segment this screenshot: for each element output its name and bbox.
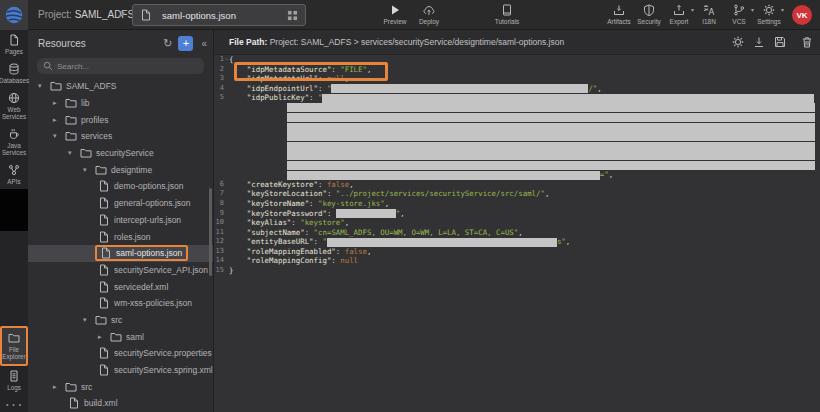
code-line[interactable]: 7 "keyStoreLocation": "../project/servic… xyxy=(214,189,820,199)
tree-item-saml-adfs[interactable]: ▾SAML_ADFS xyxy=(28,78,213,95)
code-line[interactable]: 14 "roleMappingConfig": null xyxy=(214,256,820,266)
breadcrumb-chevron-icon[interactable]: > xyxy=(118,7,125,21)
tree-item-profiles[interactable]: ▸profiles xyxy=(28,111,213,128)
tree-item-wm-xss-policies-json[interactable]: wm-xss-policies.json xyxy=(28,295,213,312)
tree-item-label: lib xyxy=(81,98,90,108)
i18n-button[interactable]: AI18N xyxy=(694,3,724,25)
tree-item-label: saml-options.json xyxy=(116,248,182,258)
tree-item-general-options-json[interactable]: general-options.json xyxy=(28,195,213,212)
tree-item-src[interactable]: ▸src xyxy=(28,378,213,395)
tree-item-securityservice-properties[interactable]: securityService.properties xyxy=(28,345,213,362)
tree-item-label: general-options.json xyxy=(114,198,191,208)
tree-item-services[interactable]: ▾services xyxy=(28,128,213,145)
code-line[interactable] xyxy=(214,151,820,161)
settings-button[interactable] xyxy=(732,36,744,48)
caret-down-icon[interactable]: ▾ xyxy=(53,132,65,140)
vcs-button[interactable]: VCS▾ xyxy=(724,3,754,25)
delete-button[interactable] xyxy=(801,36,813,48)
rail-overflow-button[interactable]: • • • xyxy=(6,395,22,412)
code-line[interactable]: 10 "keyAlias": "keystore", xyxy=(214,218,820,228)
code-line[interactable] xyxy=(214,161,820,171)
caret-right-icon[interactable]: ▸ xyxy=(98,333,110,341)
tree-item-label: securityService xyxy=(96,148,154,158)
download-button[interactable] xyxy=(753,36,765,48)
tree-item-intercept-urls-json[interactable]: intercept-urls.json xyxy=(28,212,213,229)
tree-item-designtime[interactable]: ▾designtime xyxy=(28,161,213,178)
collapse-panel-icon[interactable]: « xyxy=(199,38,209,49)
artifacts-button[interactable]: Artifacts xyxy=(604,3,634,25)
rail-item-file-explorer[interactable]: File Explorer xyxy=(0,326,28,366)
tutorials-button[interactable]: Tutorials xyxy=(490,3,524,25)
preview-button[interactable]: Preview xyxy=(378,3,412,25)
left-rail: PagesDatabasesWeb ServicesJava ServicesA… xyxy=(0,30,28,412)
add-resource-button[interactable]: + xyxy=(178,36,193,51)
search-input[interactable] xyxy=(57,62,198,71)
code-line[interactable]: 5 "idpPublicKey": " xyxy=(214,93,820,103)
tree-item-securityservice-api-json[interactable]: securityService_API.json xyxy=(28,262,213,279)
tree-item-label: SAML_ADFS xyxy=(66,81,117,91)
code-line[interactable]: 13 "roleMappingEnabled": false, xyxy=(214,247,820,257)
caret-down-icon[interactable]: ▾ xyxy=(83,316,95,324)
caret-down-icon[interactable]: ▾ xyxy=(83,166,95,174)
rail-item-logs[interactable]: Logs xyxy=(0,366,28,395)
code-line[interactable]: 8 "keyStoreName": "key-store.jks", xyxy=(214,199,820,209)
rail-item-apis[interactable]: APIs xyxy=(0,160,28,189)
settings-button[interactable]: Settings▾ xyxy=(754,3,784,25)
tree-item-roles-json[interactable]: roles.json xyxy=(28,228,213,245)
caret-down-icon[interactable]: ▾ xyxy=(68,149,80,157)
tree-item-servicedef-xml[interactable]: servicedef.xml xyxy=(28,278,213,295)
line-number: 3 xyxy=(214,74,224,84)
caret-down-icon[interactable]: ▾ xyxy=(38,82,50,90)
rail-item-web-services[interactable]: Web Services xyxy=(0,88,28,124)
code-line[interactable]: 3 "idpMetadataUrl": null, xyxy=(214,74,820,84)
user-avatar[interactable]: VK xyxy=(792,5,812,25)
rail-item-java-services[interactable]: Java Services xyxy=(0,124,28,160)
code-line[interactable]: 9 "keyStorePassword": ", xyxy=(214,209,820,219)
line-number xyxy=(214,122,224,132)
code-line[interactable]: 15} xyxy=(214,266,820,276)
tree-item-src[interactable]: ▾src xyxy=(28,312,213,329)
tree-item-lib[interactable]: ▸lib xyxy=(28,95,213,112)
tree-item-saml-options-json[interactable]: saml-options.json xyxy=(28,245,213,262)
tree-item-securityservice-spring-xml[interactable]: securityService.spring.xml xyxy=(28,362,213,379)
tree-item-demo-options-json[interactable]: demo-options.json xyxy=(28,178,213,195)
code-line[interactable] xyxy=(214,122,820,132)
tab-saml-options[interactable]: saml-options.json xyxy=(132,4,306,26)
code-line[interactable] xyxy=(214,132,820,142)
code-line[interactable]: 2 "idpMetadataSource": "FILE", xyxy=(214,65,820,75)
rail-item-databases[interactable]: Databases xyxy=(0,59,28,88)
tree-item-saml[interactable]: ▸saml xyxy=(28,328,213,345)
search-box[interactable] xyxy=(37,58,204,74)
save-button[interactable] xyxy=(774,36,786,48)
refresh-icon[interactable]: ↻ xyxy=(163,37,172,50)
tree-item-label: demo-options.json xyxy=(114,181,183,191)
security-button[interactable]: Security xyxy=(634,3,664,25)
code-line[interactable] xyxy=(214,113,820,123)
rail-item-pages[interactable]: Pages xyxy=(0,30,28,59)
code-line[interactable]: 1-{ xyxy=(214,55,820,65)
line-number xyxy=(214,141,224,151)
caret-right-icon[interactable]: ▸ xyxy=(53,116,65,124)
code-line[interactable]: 4 "idpEndpointUrl": "/", xyxy=(214,84,820,94)
code-line[interactable] xyxy=(214,103,820,113)
deploy-button[interactable]: Deploy xyxy=(412,3,446,25)
export-button[interactable]: Export▾ xyxy=(664,3,694,25)
code-line[interactable]: =", xyxy=(214,170,820,180)
caret-right-icon[interactable]: ▸ xyxy=(53,383,65,391)
search-icon xyxy=(43,61,53,71)
app-logo[interactable] xyxy=(0,0,28,30)
line-number: 14 xyxy=(214,256,224,266)
code-line[interactable]: 12 "entityBaseURL": "s", xyxy=(214,237,820,247)
code-line[interactable] xyxy=(214,141,820,151)
code-line[interactable]: 6 "createKeystore": false, xyxy=(214,180,820,190)
grid-icon[interactable] xyxy=(287,10,298,21)
caret-right-icon[interactable]: ▸ xyxy=(53,99,65,107)
code-line[interactable]: 11 "subjectName": "cn=SAML_ADFS, OU=WM, … xyxy=(214,228,820,238)
tree-item-build-xml[interactable]: build.xml xyxy=(28,395,213,412)
tree-item-securityservice[interactable]: ▾securityService xyxy=(28,145,213,162)
tree-scrollbar[interactable] xyxy=(209,188,212,276)
gear-icon xyxy=(763,4,775,16)
toolbar-label: Artifacts xyxy=(607,18,630,25)
code-text: "idpMetadataSource": "FILE", xyxy=(229,65,371,75)
code-editor[interactable]: 1-{2 "idpMetadataSource": "FILE",3 "idpM… xyxy=(214,55,820,412)
